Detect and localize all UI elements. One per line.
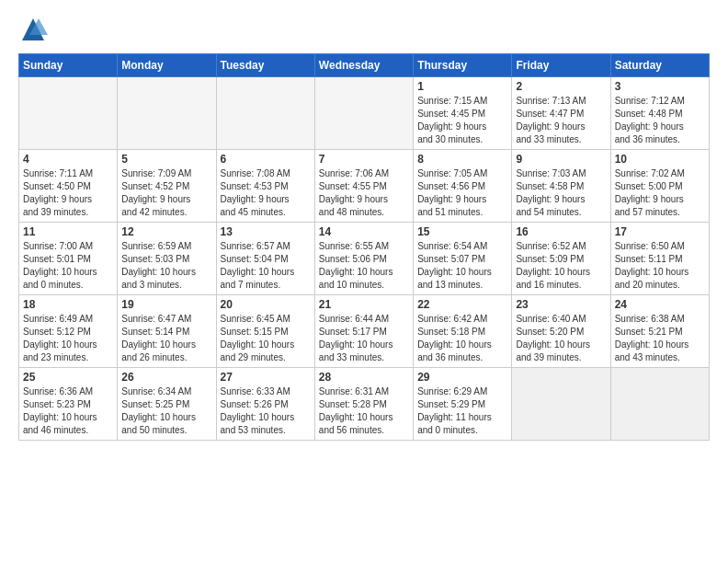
day-info: Sunrise: 6:50 AM Sunset: 5:11 PM Dayligh… bbox=[615, 240, 705, 292]
day-info: Sunrise: 7:03 AM Sunset: 4:58 PM Dayligh… bbox=[516, 167, 606, 219]
day-info: Sunrise: 6:47 AM Sunset: 5:14 PM Dayligh… bbox=[121, 313, 211, 364]
day-cell: 27Sunrise: 6:33 AM Sunset: 5:26 PM Dayli… bbox=[216, 368, 314, 441]
day-header-wednesday: Wednesday bbox=[314, 54, 413, 77]
day-number: 14 bbox=[319, 225, 409, 238]
day-info: Sunrise: 7:11 AM Sunset: 4:50 PM Dayligh… bbox=[23, 167, 113, 219]
day-cell: 29Sunrise: 6:29 AM Sunset: 5:29 PM Dayli… bbox=[414, 368, 512, 441]
day-header-monday: Monday bbox=[118, 54, 216, 77]
day-cell bbox=[314, 77, 413, 150]
header-row: SundayMondayTuesdayWednesdayThursdayFrid… bbox=[19, 54, 710, 77]
week-row-2: 11Sunrise: 7:00 AM Sunset: 5:01 PM Dayli… bbox=[19, 223, 710, 295]
day-number: 11 bbox=[23, 225, 113, 238]
day-cell: 25Sunrise: 6:36 AM Sunset: 5:23 PM Dayli… bbox=[19, 368, 118, 441]
day-info: Sunrise: 6:54 AM Sunset: 5:07 PM Dayligh… bbox=[417, 240, 507, 292]
day-cell: 1Sunrise: 7:15 AM Sunset: 4:45 PM Daylig… bbox=[414, 77, 512, 150]
week-row-3: 18Sunrise: 6:49 AM Sunset: 5:12 PM Dayli… bbox=[19, 295, 710, 368]
day-cell bbox=[216, 77, 314, 150]
day-number: 28 bbox=[319, 371, 409, 384]
day-number: 18 bbox=[23, 298, 113, 311]
day-cell: 2Sunrise: 7:13 AM Sunset: 4:47 PM Daylig… bbox=[512, 77, 610, 150]
day-number: 5 bbox=[121, 153, 211, 166]
day-cell: 18Sunrise: 6:49 AM Sunset: 5:12 PM Dayli… bbox=[19, 295, 118, 368]
day-number: 15 bbox=[417, 225, 507, 238]
day-info: Sunrise: 6:45 AM Sunset: 5:15 PM Dayligh… bbox=[221, 313, 311, 364]
day-info: Sunrise: 7:05 AM Sunset: 4:56 PM Dayligh… bbox=[417, 167, 507, 219]
week-row-4: 25Sunrise: 6:36 AM Sunset: 5:23 PM Dayli… bbox=[19, 368, 710, 441]
day-number: 1 bbox=[417, 80, 507, 93]
day-cell bbox=[118, 77, 216, 150]
day-cell: 12Sunrise: 6:59 AM Sunset: 5:03 PM Dayli… bbox=[118, 223, 216, 295]
day-info: Sunrise: 6:33 AM Sunset: 5:26 PM Dayligh… bbox=[221, 385, 311, 437]
day-number: 20 bbox=[221, 298, 311, 311]
day-info: Sunrise: 7:12 AM Sunset: 4:48 PM Dayligh… bbox=[615, 95, 705, 146]
day-info: Sunrise: 6:52 AM Sunset: 5:09 PM Dayligh… bbox=[516, 240, 606, 292]
day-cell: 20Sunrise: 6:45 AM Sunset: 5:15 PM Dayli… bbox=[216, 295, 314, 368]
day-info: Sunrise: 6:36 AM Sunset: 5:23 PM Dayligh… bbox=[23, 385, 113, 437]
day-number: 4 bbox=[23, 153, 113, 166]
day-number: 27 bbox=[221, 371, 311, 384]
day-header-friday: Friday bbox=[512, 54, 610, 77]
day-info: Sunrise: 6:59 AM Sunset: 5:03 PM Dayligh… bbox=[121, 240, 211, 292]
day-number: 19 bbox=[121, 298, 211, 311]
day-cell: 7Sunrise: 7:06 AM Sunset: 4:55 PM Daylig… bbox=[314, 150, 413, 223]
header bbox=[18, 15, 710, 44]
day-info: Sunrise: 7:15 AM Sunset: 4:45 PM Dayligh… bbox=[417, 95, 507, 146]
day-header-thursday: Thursday bbox=[414, 54, 512, 77]
day-number: 13 bbox=[221, 225, 311, 238]
day-number: 12 bbox=[121, 225, 211, 238]
day-number: 21 bbox=[319, 298, 409, 311]
day-number: 7 bbox=[319, 153, 409, 166]
logo-icon bbox=[18, 15, 48, 44]
day-info: Sunrise: 6:42 AM Sunset: 5:18 PM Dayligh… bbox=[417, 313, 507, 364]
day-info: Sunrise: 7:08 AM Sunset: 4:53 PM Dayligh… bbox=[221, 167, 311, 219]
day-info: Sunrise: 6:57 AM Sunset: 5:04 PM Dayligh… bbox=[221, 240, 311, 292]
logo bbox=[18, 15, 51, 44]
day-cell bbox=[19, 77, 118, 150]
day-cell bbox=[512, 368, 610, 441]
day-cell: 3Sunrise: 7:12 AM Sunset: 4:48 PM Daylig… bbox=[610, 77, 709, 150]
day-header-sunday: Sunday bbox=[19, 54, 118, 77]
day-number: 24 bbox=[615, 298, 705, 311]
day-cell: 28Sunrise: 6:31 AM Sunset: 5:28 PM Dayli… bbox=[314, 368, 413, 441]
day-info: Sunrise: 6:44 AM Sunset: 5:17 PM Dayligh… bbox=[319, 313, 409, 364]
day-info: Sunrise: 7:00 AM Sunset: 5:01 PM Dayligh… bbox=[23, 240, 113, 292]
day-cell: 19Sunrise: 6:47 AM Sunset: 5:14 PM Dayli… bbox=[118, 295, 216, 368]
day-number: 22 bbox=[417, 298, 507, 311]
calendar-table: SundayMondayTuesdayWednesdayThursdayFrid… bbox=[18, 53, 710, 441]
day-header-saturday: Saturday bbox=[610, 54, 709, 77]
day-info: Sunrise: 6:55 AM Sunset: 5:06 PM Dayligh… bbox=[319, 240, 409, 292]
day-cell: 24Sunrise: 6:38 AM Sunset: 5:21 PM Dayli… bbox=[610, 295, 709, 368]
day-number: 23 bbox=[516, 298, 606, 311]
day-cell bbox=[610, 368, 709, 441]
day-number: 29 bbox=[417, 371, 507, 384]
day-number: 3 bbox=[615, 80, 705, 93]
day-cell: 11Sunrise: 7:00 AM Sunset: 5:01 PM Dayli… bbox=[19, 223, 118, 295]
day-cell: 4Sunrise: 7:11 AM Sunset: 4:50 PM Daylig… bbox=[19, 150, 118, 223]
day-number: 26 bbox=[121, 371, 211, 384]
day-cell: 22Sunrise: 6:42 AM Sunset: 5:18 PM Dayli… bbox=[414, 295, 512, 368]
day-info: Sunrise: 6:49 AM Sunset: 5:12 PM Dayligh… bbox=[23, 313, 113, 364]
day-info: Sunrise: 6:34 AM Sunset: 5:25 PM Dayligh… bbox=[121, 385, 211, 437]
day-cell: 16Sunrise: 6:52 AM Sunset: 5:09 PM Dayli… bbox=[512, 223, 610, 295]
day-info: Sunrise: 6:31 AM Sunset: 5:28 PM Dayligh… bbox=[319, 385, 409, 437]
day-number: 6 bbox=[221, 153, 311, 166]
day-cell: 14Sunrise: 6:55 AM Sunset: 5:06 PM Dayli… bbox=[314, 223, 413, 295]
week-row-0: 1Sunrise: 7:15 AM Sunset: 4:45 PM Daylig… bbox=[19, 77, 710, 150]
day-cell: 6Sunrise: 7:08 AM Sunset: 4:53 PM Daylig… bbox=[216, 150, 314, 223]
day-info: Sunrise: 7:02 AM Sunset: 5:00 PM Dayligh… bbox=[615, 167, 705, 219]
day-number: 8 bbox=[417, 153, 507, 166]
day-header-tuesday: Tuesday bbox=[216, 54, 314, 77]
day-number: 10 bbox=[615, 153, 705, 166]
day-cell: 8Sunrise: 7:05 AM Sunset: 4:56 PM Daylig… bbox=[414, 150, 512, 223]
day-number: 17 bbox=[615, 225, 705, 238]
day-cell: 5Sunrise: 7:09 AM Sunset: 4:52 PM Daylig… bbox=[118, 150, 216, 223]
day-cell: 9Sunrise: 7:03 AM Sunset: 4:58 PM Daylig… bbox=[512, 150, 610, 223]
day-cell: 23Sunrise: 6:40 AM Sunset: 5:20 PM Dayli… bbox=[512, 295, 610, 368]
day-cell: 21Sunrise: 6:44 AM Sunset: 5:17 PM Dayli… bbox=[314, 295, 413, 368]
day-cell: 15Sunrise: 6:54 AM Sunset: 5:07 PM Dayli… bbox=[414, 223, 512, 295]
day-info: Sunrise: 6:29 AM Sunset: 5:29 PM Dayligh… bbox=[417, 385, 507, 437]
day-cell: 26Sunrise: 6:34 AM Sunset: 5:25 PM Dayli… bbox=[118, 368, 216, 441]
page: SundayMondayTuesdayWednesdayThursdayFrid… bbox=[0, 0, 728, 563]
day-info: Sunrise: 7:09 AM Sunset: 4:52 PM Dayligh… bbox=[121, 167, 211, 219]
day-cell: 17Sunrise: 6:50 AM Sunset: 5:11 PM Dayli… bbox=[610, 223, 709, 295]
